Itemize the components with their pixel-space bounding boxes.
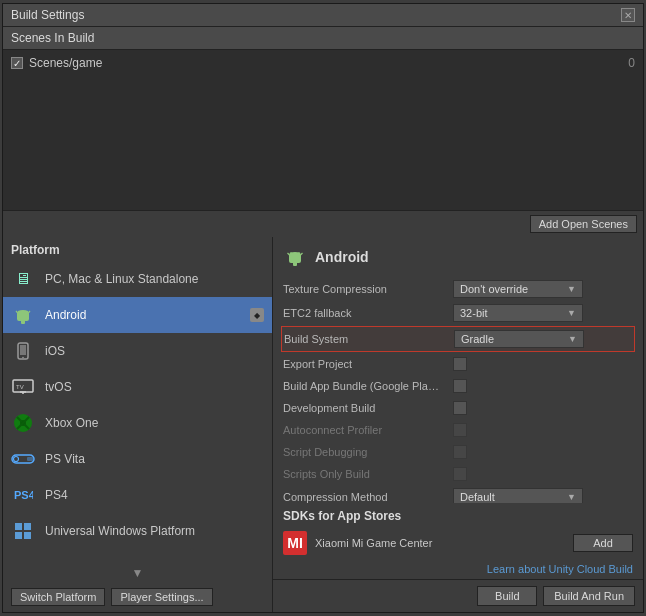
scene-item: ✓ Scenes/game: [7, 54, 639, 72]
platform-item-ps4[interactable]: PS4 PS4: [3, 477, 272, 513]
platform-title-row: Android: [273, 237, 643, 277]
scenes-list: ✓ Scenes/game 0: [3, 50, 643, 210]
svg-point-6: [22, 357, 24, 359]
script-debugging-label: Script Debugging: [283, 446, 453, 458]
build-app-bundle-label: Build App Bundle (Google Pla…: [283, 380, 453, 392]
scroll-down-arrow[interactable]: ▼: [3, 564, 272, 582]
platform-item-ios[interactable]: iOS: [3, 333, 272, 369]
build-system-value: Gradle: [461, 333, 494, 345]
compression-method-value: Default: [460, 491, 495, 503]
texture-compression-value: Don't override: [460, 283, 528, 295]
etc2-fallback-dropdown[interactable]: 32-bit ▼: [453, 304, 583, 322]
svg-rect-17: [27, 457, 33, 461]
platform-item-pc[interactable]: 🖥 PC, Mac & Linux Standalone: [3, 261, 272, 297]
svg-text:PS4: PS4: [14, 489, 33, 501]
texture-compression-label: Texture Compression: [283, 283, 453, 295]
autoconnect-profiler-checkbox: [453, 423, 467, 437]
scripts-only-build-row: Scripts Only Build: [281, 463, 635, 485]
switch-platform-button[interactable]: Switch Platform: [11, 588, 105, 606]
autoconnect-profiler-label: Autoconnect Profiler: [283, 424, 453, 436]
build-button[interactable]: Build: [477, 586, 537, 606]
xiaomi-logo: MI: [283, 531, 307, 555]
android-title-icon: [283, 245, 307, 269]
platform-header: Platform: [3, 237, 272, 261]
player-settings-button[interactable]: Player Settings...: [111, 588, 212, 606]
platform-item-uwp[interactable]: Universal Windows Platform: [3, 513, 272, 549]
main-area: Platform 🖥 PC, Mac & Linux Standalone: [3, 237, 643, 612]
sdk-item-xiaomi: MI Xiaomi Mi Game Center Add: [273, 527, 643, 559]
sdks-header: SDKs for App Stores: [273, 503, 643, 527]
settings-platform-title: Android: [315, 249, 369, 265]
scenes-header: Scenes In Build: [3, 27, 643, 50]
platform-bottom-bar: Switch Platform Player Settings...: [3, 582, 272, 612]
platform-name-ps4: PS4: [45, 488, 264, 502]
compression-method-label: Compression Method: [283, 491, 453, 503]
dropdown-arrow-4: ▼: [567, 492, 576, 502]
platform-name-tvos: tvOS: [45, 380, 264, 394]
android-icon: [11, 303, 35, 327]
scene-checkbox[interactable]: ✓: [11, 57, 23, 69]
pc-icon: 🖥: [11, 267, 35, 291]
platform-item-tvos[interactable]: TV tvOS: [3, 369, 272, 405]
export-project-checkbox[interactable]: [453, 357, 467, 371]
cloud-build-link[interactable]: Learn about Unity Cloud Build: [487, 563, 633, 575]
psvita-icon: [11, 447, 35, 471]
platform-name-ios: iOS: [45, 344, 264, 358]
add-scenes-row: Add Open Scenes: [3, 210, 643, 237]
svg-rect-5: [20, 345, 26, 355]
xbox-icon: [11, 411, 35, 435]
build-system-dropdown[interactable]: Gradle ▼: [454, 330, 584, 348]
scenes-panel: Scenes In Build ✓ Scenes/game 0 Add Open…: [3, 27, 643, 237]
dev-build-checkbox[interactable]: [453, 401, 467, 415]
platform-item-xbox[interactable]: Xbox One: [3, 405, 272, 441]
add-open-scenes-button[interactable]: Add Open Scenes: [530, 215, 637, 233]
close-button[interactable]: ✕: [621, 8, 635, 22]
build-and-run-button[interactable]: Build And Run: [543, 586, 635, 606]
platform-item-android[interactable]: Android ◆: [3, 297, 272, 333]
texture-compression-dropdown[interactable]: Don't override ▼: [453, 280, 583, 298]
build-app-bundle-checkbox[interactable]: [453, 379, 467, 393]
script-debugging-row: Script Debugging: [281, 441, 635, 463]
dropdown-arrow: ▼: [567, 284, 576, 294]
settings-rows: Texture Compression Don't override ▼ ETC…: [273, 277, 643, 503]
xiaomi-sdk-name: Xiaomi Mi Game Center: [315, 537, 565, 549]
autoconnect-profiler-row: Autoconnect Profiler: [281, 419, 635, 441]
scripts-only-build-checkbox: [453, 467, 467, 481]
compression-method-dropdown[interactable]: Default ▼: [453, 488, 583, 503]
compression-method-row: Compression Method Default ▼: [281, 485, 635, 503]
export-project-label: Export Project: [283, 358, 453, 370]
settings-panel: Android Texture Compression Don't overri…: [273, 237, 643, 612]
scripts-only-build-label: Scripts Only Build: [283, 468, 453, 480]
dev-build-row: Development Build: [281, 397, 635, 419]
build-system-row: Build System Gradle ▼: [281, 326, 635, 352]
dropdown-arrow-2: ▼: [567, 308, 576, 318]
etc2-fallback-value: 32-bit: [460, 307, 488, 319]
scene-index: 0: [628, 56, 635, 70]
ps4-icon: PS4: [11, 483, 35, 507]
cloud-build-link-row: Learn about Unity Cloud Build: [273, 559, 643, 579]
platform-panel: Platform 🖥 PC, Mac & Linux Standalone: [3, 237, 273, 612]
svg-rect-21: [15, 532, 22, 539]
svg-text:TV: TV: [16, 384, 24, 390]
export-project-row: Export Project: [281, 353, 635, 375]
build-system-label: Build System: [284, 333, 454, 345]
tvos-icon: TV: [11, 375, 35, 399]
window-title: Build Settings: [11, 8, 84, 22]
script-debugging-checkbox: [453, 445, 467, 459]
svg-rect-19: [15, 523, 22, 530]
platform-name-xbox: Xbox One: [45, 416, 264, 430]
svg-rect-22: [24, 532, 31, 539]
dropdown-arrow-3: ▼: [568, 334, 577, 344]
platform-name-uwp: Universal Windows Platform: [45, 524, 264, 538]
platform-list: 🖥 PC, Mac & Linux Standalone: [3, 261, 272, 564]
platform-name-pc: PC, Mac & Linux Standalone: [45, 272, 264, 286]
build-settings-window: Build Settings ✕ Scenes In Build ✓ Scene…: [2, 3, 644, 613]
bottom-right-buttons: Build Build And Run: [477, 586, 635, 606]
uwp-icon: [11, 519, 35, 543]
settings-bottom-bar: Build Build And Run: [273, 579, 643, 612]
platform-name-android: Android: [45, 308, 250, 322]
dev-build-label: Development Build: [283, 402, 453, 414]
texture-compression-row: Texture Compression Don't override ▼: [281, 277, 635, 301]
platform-item-psvita[interactable]: PS Vita: [3, 441, 272, 477]
sdk-add-button[interactable]: Add: [573, 534, 633, 552]
